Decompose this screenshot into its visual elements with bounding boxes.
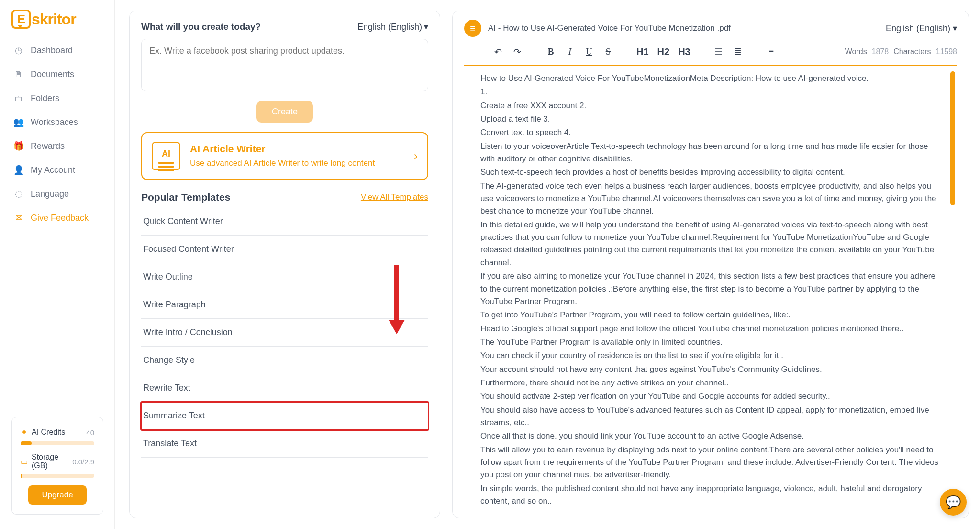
chevron-down-icon: ▾ — [953, 23, 957, 33]
editor-menu-toggle[interactable]: ≡ — [464, 20, 481, 37]
template-item[interactable]: Rewrite Text — [141, 374, 428, 402]
sidebar-item-workspaces[interactable]: 👥Workspaces — [0, 110, 114, 134]
template-item[interactable]: Summarize Text — [141, 402, 428, 430]
chars-value: 11598 — [936, 47, 958, 56]
h1-button[interactable]: H1 — [636, 46, 649, 57]
editor-paragraph[interactable]: This will allow you to earn revenue by d… — [480, 444, 943, 482]
sidebar-item-folders[interactable]: 🗀Folders — [0, 86, 114, 110]
storage-bar — [21, 474, 94, 478]
globe-icon: ◌ — [13, 189, 24, 199]
editor-paragraph[interactable]: Create a free XXX account 2. — [480, 100, 943, 112]
envelope-heart-icon: ✉ — [13, 213, 24, 223]
view-all-templates-link[interactable]: View All Templates — [361, 192, 428, 202]
sidebar-nav: ◷Dashboard 🗎Documents 🗀Folders 👥Workspac… — [0, 38, 114, 230]
editor-paragraph[interactable]: Such text-to-speech tech provides a host… — [480, 166, 943, 179]
editor-content[interactable]: How to Use AI-Generated Voice For YouTub… — [480, 72, 943, 506]
upgrade-button[interactable]: Upgrade — [28, 485, 86, 505]
unordered-list-button[interactable]: ≣ — [731, 45, 745, 59]
align-button[interactable]: ≡ — [764, 45, 779, 59]
create-button[interactable]: Create — [256, 101, 313, 123]
article-writer-title: AI Article Writer — [190, 143, 375, 155]
strike-button[interactable]: S — [601, 45, 615, 59]
template-item[interactable]: Quick Content Writer — [141, 208, 428, 236]
prompt-language-select[interactable]: English (English)▾ — [357, 22, 428, 32]
prompt-input[interactable] — [141, 39, 428, 91]
editor-paragraph[interactable]: The AI-generated voice tech even helps a… — [480, 180, 943, 218]
italic-button[interactable]: I — [563, 45, 577, 59]
template-list: Quick Content WriterFocused Content Writ… — [141, 208, 428, 458]
article-icon: AI — [152, 142, 180, 170]
undo-button[interactable]: ↶ — [491, 45, 505, 59]
editor-paragraph[interactable]: You should also have access to YouTube's… — [480, 404, 943, 429]
editor-paragraph[interactable]: The YouTube Partner Program is available… — [480, 336, 943, 349]
editor-filename: AI - How to Use AI-Generated Voice For Y… — [488, 23, 879, 33]
editor-paragraph[interactable]: You should activate 2-step verification … — [480, 390, 943, 403]
chevron-right-icon: › — [414, 149, 418, 163]
template-item[interactable]: Write Paragraph — [141, 291, 428, 319]
storage-row: ▭Storage (GB) 0.0/2.9 — [21, 453, 94, 470]
credits-row: ✦AI Credits 40 — [21, 427, 94, 438]
editor-paragraph[interactable]: Your account should not have any content… — [480, 363, 943, 376]
bold-button[interactable]: B — [544, 45, 558, 59]
editor-paragraph[interactable]: Head to Google's official support page a… — [480, 323, 943, 335]
sidebar-item-label: Give Feedback — [31, 213, 89, 223]
credits-panel: ✦AI Credits 40 ▭Storage (GB) 0.0/2.9 Upg… — [11, 417, 103, 515]
credits-bar — [21, 441, 94, 445]
editor-paragraph[interactable]: If you are also aiming to monetize your … — [480, 270, 943, 308]
editor-paragraph[interactable]: In simple words, the published content s… — [480, 483, 943, 506]
words-label: Words — [845, 47, 867, 56]
sidebar: EEskritorskritor ◷Dashboard 🗎Documents 🗀… — [0, 0, 115, 529]
gift-icon: 🎁 — [13, 141, 24, 151]
redo-button[interactable]: ↷ — [510, 45, 524, 59]
users-icon: 👥 — [13, 117, 24, 127]
sidebar-item-label: Folders — [31, 93, 59, 103]
scrollbar-thumb[interactable] — [950, 71, 955, 205]
sidebar-item-label: Language — [31, 189, 69, 199]
storage-value: 0.0/2.9 — [72, 458, 94, 466]
editor-content-wrap[interactable]: How to Use AI-Generated Voice For YouTub… — [464, 66, 957, 506]
user-icon: 👤 — [13, 165, 24, 175]
template-item[interactable]: Write Intro / Conclusion — [141, 319, 428, 347]
chevron-down-icon: ▾ — [424, 22, 428, 32]
sidebar-item-rewards[interactable]: 🎁Rewards — [0, 134, 114, 158]
template-item[interactable]: Translate Text — [141, 430, 428, 458]
underline-button[interactable]: U — [582, 45, 596, 59]
sidebar-item-account[interactable]: 👤My Account — [0, 158, 114, 182]
sidebar-item-documents[interactable]: 🗎Documents — [0, 62, 114, 86]
chat-fab[interactable]: 💬 — [940, 489, 967, 516]
template-item[interactable]: Focused Content Writer — [141, 236, 428, 263]
brand-logo[interactable]: EEskritorskritor — [0, 10, 114, 38]
sidebar-item-feedback[interactable]: ✉Give Feedback — [0, 206, 114, 230]
editor-toolbar: ↶ ↷ B I U S H1 H2 H3 ☰ ≣ ≡ Words 1878 Ch… — [464, 42, 957, 66]
chat-icon: 💬 — [946, 495, 961, 510]
editor-paragraph[interactable]: How to Use AI-Generated Voice For YouTub… — [480, 72, 943, 85]
sidebar-item-dashboard[interactable]: ◷Dashboard — [0, 38, 114, 62]
ordered-list-button[interactable]: ☰ — [712, 45, 726, 59]
storage-label: Storage (GB) — [32, 453, 72, 470]
sidebar-item-label: Rewards — [31, 141, 65, 151]
create-panel: What will you create today? English (Eng… — [129, 11, 440, 518]
template-item[interactable]: Write Outline — [141, 263, 428, 291]
credits-label: AI Credits — [32, 428, 65, 437]
sidebar-item-language[interactable]: ◌Language — [0, 182, 114, 206]
sidebar-item-label: Dashboard — [31, 45, 73, 56]
article-writer-desc: Use advanced AI Article Writer to write … — [190, 158, 375, 169]
template-item[interactable]: Change Style — [141, 347, 428, 374]
sparkle-icon: ✦ — [21, 427, 28, 438]
editor-paragraph[interactable]: You can check if your country of residen… — [480, 349, 943, 362]
editor-paragraph[interactable]: Convert text to speech 4. — [480, 126, 943, 139]
editor-paragraph[interactable]: Once all that is done, you should link y… — [480, 430, 943, 442]
popular-templates-heading: Popular Templates — [141, 191, 230, 203]
ai-article-writer-card[interactable]: AI AI Article Writer Use advanced AI Art… — [141, 132, 428, 180]
editor-paragraph[interactable]: Listen to your voiceoverArticle:Text-to-… — [480, 140, 943, 166]
editor-paragraph[interactable]: Upload a text file 3. — [480, 113, 943, 125]
h3-button[interactable]: H3 — [678, 46, 690, 57]
sidebar-item-label: Documents — [31, 69, 74, 79]
editor-paragraph[interactable]: To get into YouTube's Partner Program, y… — [480, 309, 943, 321]
editor-language-select[interactable]: English (English) ▾ — [886, 23, 957, 34]
credits-value: 40 — [86, 428, 94, 437]
editor-paragraph[interactable]: In this detailed guide, we will help you… — [480, 219, 943, 269]
editor-paragraph[interactable]: Furthermore, there should not be any act… — [480, 377, 943, 389]
editor-paragraph[interactable]: 1. — [480, 86, 943, 98]
h2-button[interactable]: H2 — [657, 46, 670, 57]
